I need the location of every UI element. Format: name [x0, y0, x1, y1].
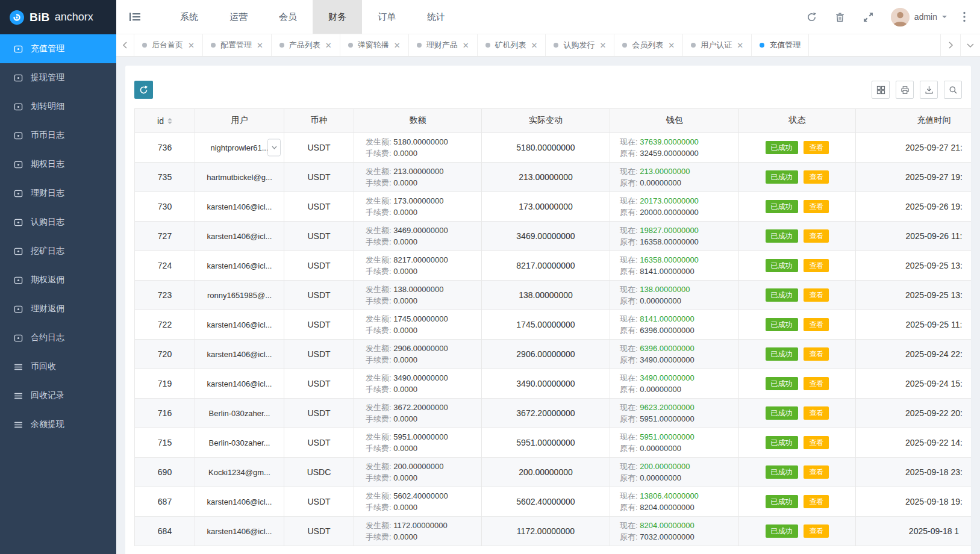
tab-close-icon[interactable]: ✕ — [394, 42, 401, 49]
view-button[interactable]: 查看 — [804, 524, 829, 538]
cell-status: 已成功 查看 — [739, 428, 856, 458]
tab-dot-icon — [691, 43, 696, 48]
sidebar-item[interactable]: 期权日志 — [0, 150, 116, 179]
view-button[interactable]: 查看 — [804, 465, 829, 479]
tab[interactable]: 用户认证 ✕ — [683, 34, 752, 56]
tab-dot-icon — [142, 43, 147, 48]
sidebar-item[interactable]: 理财日志 — [0, 179, 116, 208]
user-email: karsten1406@icl... — [207, 202, 272, 211]
tab[interactable]: 认购发行 ✕ — [546, 34, 614, 56]
fullscreen-icon[interactable] — [863, 11, 875, 23]
user-dropdown-button[interactable] — [267, 139, 281, 157]
status-badge: 已成功 — [766, 229, 798, 243]
sidebar-item[interactable]: 提现管理 — [0, 63, 116, 92]
main-content: id用户币种数额实际变动钱包状态充值时间 736 nightprowler61.… — [116, 57, 980, 554]
print-icon[interactable] — [896, 81, 914, 99]
cell-wallet: 现在: 213.00000000 原有: 0.00000000 — [610, 163, 739, 192]
sidebar-item[interactable]: 币回收 — [0, 352, 116, 381]
topnav-item[interactable]: 统计 — [411, 0, 461, 34]
view-button[interactable]: 查看 — [804, 495, 829, 508]
cell-wallet: 现在: 8204.00000000 原有: 7032.00000000 — [610, 517, 739, 546]
topnav-item[interactable]: 订单 — [362, 0, 411, 34]
fee-line: 手续费: 0.0000 — [366, 443, 481, 454]
view-button[interactable]: 查看 — [804, 318, 829, 331]
topnav-item[interactable]: 运营 — [214, 0, 263, 34]
tab[interactable]: 后台首页 ✕ — [134, 34, 203, 56]
sidebar-item[interactable]: 挖矿日志 — [0, 237, 116, 266]
tab-close-icon[interactable]: ✕ — [599, 42, 606, 49]
table-body: 736 nightprowler61... USDT 发生额: 5180.000… — [135, 133, 972, 546]
topnav-item[interactable]: 会员 — [263, 0, 313, 34]
more-options-icon[interactable] — [963, 11, 966, 22]
tab-close-icon[interactable]: ✕ — [668, 42, 675, 49]
table-row: 736 nightprowler61... USDT 发生额: 5180.000… — [135, 133, 972, 163]
sidebar-item[interactable]: 划转明细 — [0, 92, 116, 121]
view-button[interactable]: 查看 — [804, 288, 829, 302]
cell-id: 730 — [135, 192, 195, 222]
wallet-orig-label: 原有: — [620, 237, 638, 246]
tabs-scroll-right-icon[interactable] — [940, 34, 960, 56]
tab-close-icon[interactable]: ✕ — [737, 42, 743, 49]
cell-user: Kocki1234@gm... — [195, 458, 284, 487]
app-logo[interactable]: BiB anchorx — [0, 0, 116, 34]
view-button[interactable]: 查看 — [804, 377, 829, 390]
sidebar-item-label: 划转明细 — [31, 101, 64, 112]
tab[interactable]: 理财产品 ✕ — [409, 34, 478, 56]
column-header[interactable]: id — [135, 109, 195, 133]
sidebar-item[interactable]: 理财返佣 — [0, 294, 116, 323]
user-email: karsten1406@icl... — [207, 527, 272, 536]
wallet-now-label: 现在: — [620, 137, 638, 146]
cell-status: 已成功 查看 — [739, 487, 856, 517]
cell-wallet: 现在: 37639.00000000 原有: 32459.00000000 — [610, 133, 739, 163]
columns-filter-icon[interactable] — [872, 81, 890, 99]
wallet-now-label: 现在: — [620, 462, 638, 471]
tab[interactable]: 产品列表 ✕ — [272, 34, 340, 56]
tab[interactable]: 充值管理 — [752, 34, 809, 56]
view-button[interactable]: 查看 — [804, 229, 829, 243]
topnav-item-label: 统计 — [427, 11, 445, 23]
status-badge: 已成功 — [766, 436, 798, 449]
refresh-icon[interactable] — [806, 11, 818, 23]
sidebar-item[interactable]: 认购日志 — [0, 208, 116, 237]
tab[interactable]: 矿机列表 ✕ — [478, 34, 546, 56]
sidebar-item[interactable]: 期权返佣 — [0, 266, 116, 294]
tab[interactable]: 弹窗轮播 ✕ — [340, 34, 409, 56]
sidebar-item[interactable]: 充值管理 — [0, 34, 116, 63]
wallet-now-line: 现在: 6396.00000000 — [620, 343, 738, 354]
view-button[interactable]: 查看 — [804, 406, 829, 420]
sidebar-item[interactable]: 余额提现 — [0, 410, 116, 439]
tab-close-icon[interactable]: ✕ — [463, 42, 469, 49]
search-icon[interactable] — [944, 81, 962, 99]
view-button[interactable]: 查看 — [804, 347, 829, 361]
topnav-item[interactable]: 系统 — [164, 0, 214, 34]
tab-close-icon[interactable]: ✕ — [325, 42, 332, 49]
view-button[interactable]: 查看 — [804, 200, 829, 213]
tabs-menu-icon[interactable] — [960, 34, 980, 56]
topnav-item[interactable]: 财务 — [313, 0, 362, 34]
wallet-orig-value: 0.00000000 — [640, 178, 681, 187]
sidebar-item-label: 理财返佣 — [31, 303, 64, 314]
export-icon[interactable] — [920, 81, 938, 99]
tabs-scroll-left-icon[interactable] — [116, 34, 134, 56]
panel-icon — [14, 305, 23, 314]
sidebar-menu: 充值管理 提现管理 划转明细 币币日志 期权日志 理财日志 认购日志 挖矿日志 … — [0, 34, 116, 439]
tab-close-icon[interactable]: ✕ — [257, 42, 263, 49]
user-menu[interactable]: admin — [891, 8, 947, 26]
tab[interactable]: 配置管理 ✕ — [203, 34, 272, 56]
occur-line: 发生额: 213.00000000 — [366, 166, 481, 177]
sidebar-item[interactable]: 回收记录 — [0, 381, 116, 410]
avatar[interactable] — [891, 8, 910, 26]
sidebar-item[interactable]: 合约日志 — [0, 323, 116, 352]
sidebar-item[interactable]: 币币日志 — [0, 121, 116, 150]
sort-icons[interactable] — [167, 118, 172, 124]
sidebar-toggle-icon[interactable] — [116, 0, 154, 34]
tab-close-icon[interactable]: ✕ — [531, 42, 538, 49]
tab-close-icon[interactable]: ✕ — [188, 42, 195, 49]
view-button[interactable]: 查看 — [804, 259, 829, 272]
view-button[interactable]: 查看 — [804, 141, 829, 154]
view-button[interactable]: 查看 — [804, 170, 829, 184]
table-refresh-button[interactable] — [134, 81, 153, 99]
clear-cache-trash-icon[interactable] — [834, 11, 846, 23]
tab[interactable]: 会员列表 ✕ — [614, 34, 683, 56]
view-button[interactable]: 查看 — [804, 436, 829, 449]
